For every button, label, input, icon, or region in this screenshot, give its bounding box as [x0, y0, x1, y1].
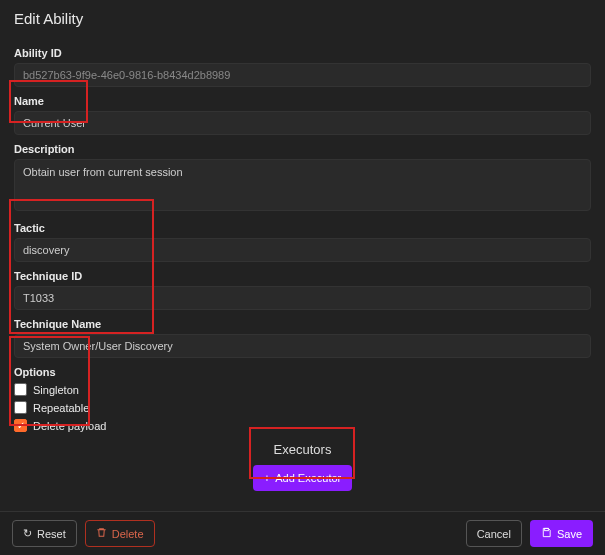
executors-section: Executors + Add Executor — [14, 436, 591, 501]
label-description: Description — [14, 143, 591, 155]
save-icon — [541, 527, 552, 540]
add-executor-button[interactable]: + Add Executor — [253, 465, 352, 491]
label-options: Options — [14, 366, 591, 378]
add-executor-label: Add Executor — [275, 472, 341, 484]
label-technique-id: Technique ID — [14, 270, 591, 282]
checkbox-delete-payload-label: Delete payload — [33, 420, 106, 432]
plus-icon: + — [264, 472, 270, 484]
checkbox-repeatable-label: Repeatable — [33, 402, 89, 414]
field-ability-id: Ability ID — [14, 47, 591, 87]
checkbox-repeatable[interactable] — [14, 401, 27, 414]
label-tactic: Tactic — [14, 222, 591, 234]
reset-button[interactable]: ↻ Reset — [12, 520, 77, 547]
label-technique-name: Technique Name — [14, 318, 591, 330]
modal-footer: ↻ Reset Delete Cancel Save — [0, 511, 605, 555]
input-ability-id[interactable] — [14, 63, 591, 87]
option-repeatable-row: Repeatable — [14, 401, 591, 414]
reset-label: Reset — [37, 528, 66, 540]
modal-title: Edit Ability — [0, 0, 605, 35]
field-name: Name — [14, 95, 591, 135]
modal-body: Ability ID Name Description Tactic Techn… — [0, 35, 605, 525]
label-ability-id: Ability ID — [14, 47, 591, 59]
delete-label: Delete — [112, 528, 144, 540]
delete-button[interactable]: Delete — [85, 520, 155, 547]
field-tactic: Tactic — [14, 222, 591, 262]
options-group: Options Singleton Repeatable ✓ Delete pa… — [14, 366, 591, 432]
trash-icon — [96, 527, 107, 540]
option-delete-payload-row: ✓ Delete payload — [14, 419, 591, 432]
option-singleton-row: Singleton — [14, 383, 591, 396]
field-description: Description — [14, 143, 591, 214]
svg-rect-0 — [545, 528, 549, 530]
executors-title: Executors — [14, 442, 591, 457]
input-tactic[interactable] — [14, 238, 591, 262]
cancel-label: Cancel — [477, 528, 511, 540]
save-button[interactable]: Save — [530, 520, 593, 547]
save-label: Save — [557, 528, 582, 540]
input-technique-id[interactable] — [14, 286, 591, 310]
input-technique-name[interactable] — [14, 334, 591, 358]
undo-icon: ↻ — [23, 527, 32, 540]
field-technique-name: Technique Name — [14, 318, 591, 358]
checkbox-delete-payload[interactable]: ✓ — [14, 419, 27, 432]
field-technique-id: Technique ID — [14, 270, 591, 310]
input-description[interactable] — [14, 159, 591, 211]
input-name[interactable] — [14, 111, 591, 135]
cancel-button[interactable]: Cancel — [466, 520, 522, 547]
checkbox-singleton[interactable] — [14, 383, 27, 396]
label-name: Name — [14, 95, 591, 107]
checkbox-singleton-label: Singleton — [33, 384, 79, 396]
